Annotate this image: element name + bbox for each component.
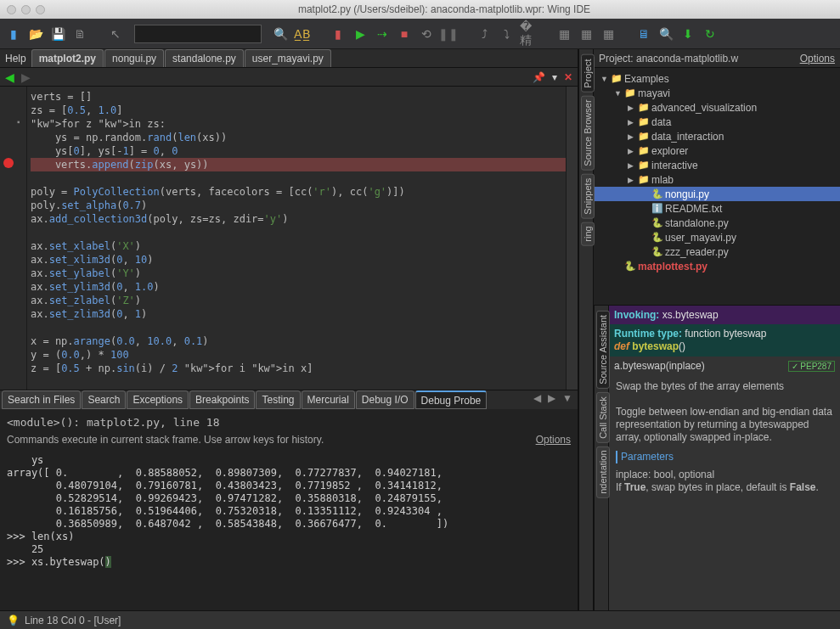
assistant-runtime-row: Runtime type: function byteswap def byte… xyxy=(609,324,840,357)
file-tab-usermayavi[interactable]: user_mayavi.py xyxy=(245,49,331,67)
highlight-icon[interactable]: A̲B̲ xyxy=(294,25,311,42)
close-window-icon[interactable] xyxy=(7,5,16,14)
vtab-source-browser[interactable]: Source Browser xyxy=(581,95,595,170)
nav-back-icon[interactable]: ◀ xyxy=(5,70,14,84)
panel2-icon[interactable]: ▦ xyxy=(578,25,595,42)
window-title: matplot2.py (/Users/sdeibel): anaconda-m… xyxy=(55,3,833,15)
assistant-param-header: Parameters xyxy=(616,451,833,463)
debug-probe-options[interactable]: Options xyxy=(536,434,571,446)
terminal-icon[interactable]: 🖥 xyxy=(635,25,652,42)
tree-row[interactable]: 🐍zzz_reader.py xyxy=(594,244,840,259)
project-title: Project: anaconda-matplotlib.w xyxy=(599,53,738,65)
vtab-call-stack[interactable]: Call Stack xyxy=(596,392,610,443)
tree-row[interactable]: ℹ️README.txt xyxy=(594,201,840,216)
status-text: Line 18 Col 0 - [User] xyxy=(25,615,121,626)
search-icon[interactable]: 🔍 xyxy=(272,25,289,42)
assistant-doc-summary: Swap the bytes of the array elements xyxy=(616,380,833,393)
tree-row[interactable]: 🐍standalone.py xyxy=(594,216,840,230)
project-tree[interactable]: ▼📁Examples▼📁mayavi▶📁advanced_visualizati… xyxy=(594,68,840,306)
tree-row[interactable]: ▼📁Examples xyxy=(594,71,840,86)
bottom-tabs: Search in Files Search Exceptions Breakp… xyxy=(0,390,578,409)
stop-icon[interactable]: ■ xyxy=(396,25,413,42)
save-all-icon[interactable]: 🗎 xyxy=(71,25,88,42)
assistant-param-line2: If True, swap bytes in place, default is… xyxy=(616,481,833,494)
vtab-snippets[interactable]: Snippets xyxy=(581,174,595,219)
code-area[interactable]: verts = [] zs = [0.5, 1.0] "kw">for z "k… xyxy=(27,87,566,390)
tree-row[interactable]: 🐍user_mayavi.py xyxy=(594,230,840,244)
vtab-indentation[interactable]: ndentation xyxy=(596,446,610,497)
tab-menu-icon[interactable]: ▼ xyxy=(559,390,576,409)
restart-icon[interactable]: ⟲ xyxy=(418,25,435,42)
editor-nav-row: ◀ ▶ 📌 ▾ ✕ xyxy=(0,68,578,87)
file-tab-nongui[interactable]: nongui.py xyxy=(104,49,164,67)
vtab-project[interactable]: Project xyxy=(581,54,595,92)
lightbulb-icon[interactable]: 💡 xyxy=(7,615,20,626)
tab-scroll-left-icon[interactable]: ◀ xyxy=(530,390,544,409)
save-icon[interactable]: 💾 xyxy=(49,25,66,42)
status-bar: 💡 Line 18 Col 0 - [User] xyxy=(0,610,840,629)
file-tab-matplot2[interactable]: matplot2.py xyxy=(31,49,104,67)
tree-row[interactable]: ▶📁interactive xyxy=(594,158,840,172)
assistant-param-line1: inplace: bool, optional xyxy=(616,469,833,481)
breakpoint-icon[interactable] xyxy=(3,158,14,168)
minimize-window-icon[interactable] xyxy=(21,5,31,14)
vtab-ring[interactable]: ring xyxy=(581,222,595,245)
pause-icon[interactable]: ❚❚ xyxy=(440,25,457,42)
open-file-icon[interactable]: 📂 xyxy=(27,25,44,42)
find-icon[interactable]: 🔍 xyxy=(657,25,674,42)
panel3-icon[interactable]: ▦ xyxy=(600,25,617,42)
tab-search[interactable]: Search xyxy=(82,390,126,409)
assistant-def-kw: def xyxy=(614,340,629,352)
reload-icon[interactable]: ↻ xyxy=(702,25,719,42)
run-icon[interactable]: ▶ xyxy=(352,25,369,42)
file-tab-standalone[interactable]: standalone.py xyxy=(165,49,244,67)
panel1-icon[interactable]: ▦ xyxy=(555,25,572,42)
source-assistant-panel: Invoking: xs.byteswap Runtime type: func… xyxy=(609,306,840,610)
vtab-source-assistant[interactable]: Source Assistant xyxy=(596,311,610,389)
tree-row[interactable]: ▶📁mlab xyxy=(594,172,840,187)
tab-debug-probe[interactable]: Debug Probe xyxy=(415,390,488,409)
tree-row[interactable]: 🐍nongui.py xyxy=(594,187,840,201)
tree-row[interactable]: ▶📁data xyxy=(594,115,840,129)
zoom-window-icon[interactable] xyxy=(36,5,45,14)
help-menu[interactable]: Help xyxy=(0,49,31,67)
editor-gutter[interactable]: ▪ xyxy=(0,87,27,390)
tab-testing[interactable]: Testing xyxy=(256,390,300,409)
tab-breakpoints[interactable]: Breakpoints xyxy=(189,390,255,409)
tab-debug-io[interactable]: Debug I/O xyxy=(356,390,414,409)
assistant-runtime-value: function byteswap xyxy=(685,328,766,340)
step-out-icon[interactable]: �精 xyxy=(520,25,537,42)
record-icon[interactable]: ▮ xyxy=(330,25,347,42)
tree-row[interactable]: ▶📁advanced_visualization xyxy=(594,100,840,115)
tree-row[interactable]: 🐍matplottest.py xyxy=(594,259,840,273)
right-sidebar-tabs-lower: ndentation Call Stack Source Assistant xyxy=(594,306,609,610)
toolbar-search-input[interactable] xyxy=(134,25,262,43)
tree-row[interactable]: ▶📁explorer xyxy=(594,143,840,158)
project-options[interactable]: Options xyxy=(800,53,835,65)
step-over-icon[interactable]: ⤴ xyxy=(476,25,493,42)
tab-scroll-right-icon[interactable]: ▶ xyxy=(544,390,559,409)
assistant-runtime-label: Runtime type: xyxy=(614,328,682,340)
debug-probe-panel: <module>(): matplot2.py, line 18 Command… xyxy=(0,409,578,610)
tree-row[interactable]: ▼📁mayavi xyxy=(594,86,840,100)
tool-icon[interactable]: ↖ xyxy=(107,25,124,42)
step-into-icon[interactable]: ⤵ xyxy=(498,25,515,42)
tab-mercurial[interactable]: Mercurial xyxy=(302,390,355,409)
pin-icon[interactable]: 📌 xyxy=(533,71,545,83)
new-file-icon[interactable]: ▮ xyxy=(5,25,22,42)
editor-scrollbar[interactable] xyxy=(566,87,578,390)
project-header: Project: anaconda-matplotlib.w Options xyxy=(594,49,840,68)
file-tabs: Help matplot2.py nongui.py standalone.py… xyxy=(0,49,578,68)
download-icon[interactable]: ⬇ xyxy=(679,25,696,42)
step-icon[interactable]: ⇢ xyxy=(374,25,391,42)
chevron-down-icon[interactable]: ▾ xyxy=(552,71,557,83)
assistant-doc-detail: Toggle between low-endian and big-endian… xyxy=(616,406,833,444)
close-tab-icon[interactable]: ✕ xyxy=(564,71,572,83)
code-editor[interactable]: ▪ verts = [] zs = [0.5, 1.0] "kw">for z … xyxy=(0,87,578,390)
fold-minus-icon[interactable]: ▪ xyxy=(17,117,20,126)
tree-row[interactable]: ▶📁data_interaction xyxy=(594,129,840,143)
tab-exceptions[interactable]: Exceptions xyxy=(127,390,189,409)
debug-probe-console[interactable]: ys array([ 0. , 0.88588052, 0.89807309, … xyxy=(7,454,571,569)
nav-forward-icon[interactable]: ▶ xyxy=(21,70,31,84)
tab-search-in-files[interactable]: Search in Files xyxy=(2,390,81,409)
